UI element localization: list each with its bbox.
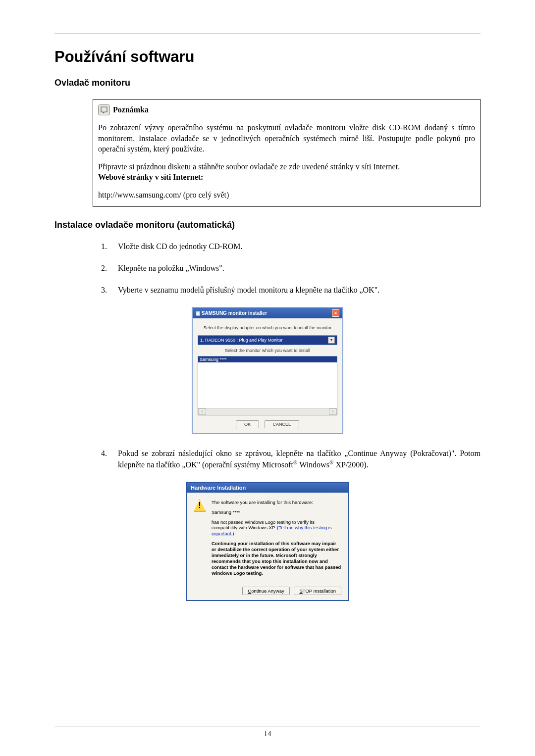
step-item: Vložte disk CD do jednotky CD-ROM.: [109, 241, 481, 252]
section-heading: Instalace ovladače monitoru (automatická…: [54, 220, 481, 230]
note-url: http://www.samsung.com/ (pro celý svět): [98, 190, 475, 201]
hardware-installation-dialog: Hardware Installation ! The software you…: [186, 482, 349, 602]
page-number: 14: [0, 730, 535, 738]
stop-installation-button[interactable]: STOP Installation: [294, 587, 341, 595]
ok-button[interactable]: OK: [236, 420, 259, 428]
installer-label: Select the monitor which you want to ins…: [198, 348, 337, 353]
note-paragraph: Připravte si prázdnou disketu a stáhněte…: [98, 161, 475, 172]
chevron-down-icon[interactable]: ▾: [328, 337, 335, 344]
step-list: Pokud se zobrazí následující okno se zpr…: [109, 448, 481, 471]
dialog-title: Hardware Installation: [187, 483, 348, 493]
installer-dialog: ▣ SAMSUNG monitor installer × Select the…: [192, 307, 343, 434]
adapter-dropdown[interactable]: 1. RADEON 9550 : Plug and Play Monitor ▾: [198, 335, 337, 345]
scroll-left-icon[interactable]: ‹: [198, 408, 206, 415]
scrollbar[interactable]: ‹›: [198, 408, 337, 415]
list-item[interactable]: Samsung ****: [198, 356, 337, 362]
warning-icon: !: [194, 500, 206, 511]
note-web-label: Webové stránky v síti Internet:: [98, 172, 475, 183]
hw-text: Continuing your installation of this sof…: [212, 541, 341, 576]
hw-text: Samsung ****: [212, 509, 341, 515]
hw-text: The software you are installing for this…: [212, 500, 341, 505]
note-icon: [98, 104, 110, 115]
monitor-listbox[interactable]: Samsung **** ‹›: [198, 356, 337, 415]
hw-text: has not passed Windows Logo testing to v…: [212, 519, 341, 537]
note-label: Poznámka: [113, 105, 149, 114]
adapter-selected: 1. RADEON 9550 : Plug and Play Monitor: [200, 338, 283, 343]
installer-label: Select the display adapter on which you …: [198, 325, 337, 330]
step-item: Vyberte v seznamu modelů příslušný model…: [109, 285, 481, 296]
step-item: Klepněte na položku „Windows".: [109, 263, 481, 274]
step-item: Pokud se zobrazí následující okno se zpr…: [109, 448, 481, 471]
installer-title-text: ▣ SAMSUNG monitor installer: [196, 310, 267, 316]
continue-anyway-button[interactable]: Continue Anyway: [242, 587, 289, 595]
cancel-button[interactable]: CANCEL: [265, 420, 300, 428]
page-title: Používání softwaru: [54, 48, 481, 66]
note-paragraph: Po zobrazení výzvy operačního systému na…: [98, 122, 475, 154]
step-list: Vložte disk CD do jednotky CD-ROM. Klepn…: [109, 241, 481, 296]
scroll-right-icon[interactable]: ›: [329, 408, 337, 415]
close-icon[interactable]: ×: [332, 309, 339, 317]
section-heading: Ovladač monitoru: [54, 78, 481, 88]
note-box: Poznámka Po zobrazení výzvy operačního s…: [93, 99, 481, 207]
